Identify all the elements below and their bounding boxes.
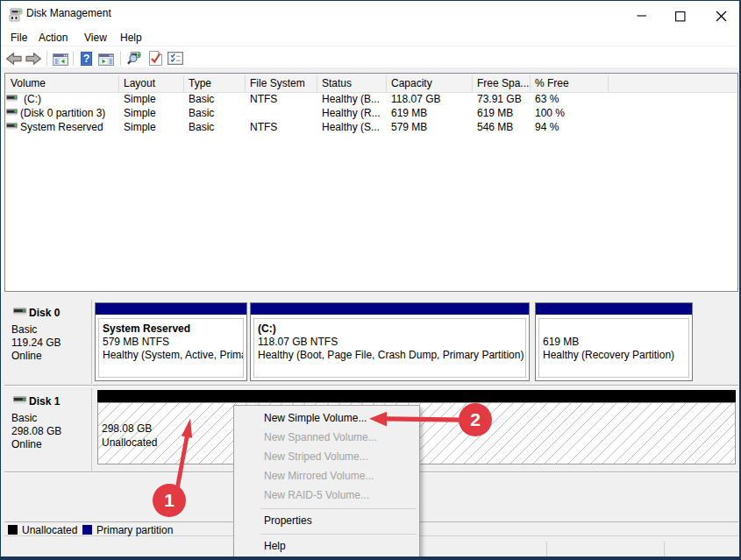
svg-text:?: ? (83, 53, 90, 65)
